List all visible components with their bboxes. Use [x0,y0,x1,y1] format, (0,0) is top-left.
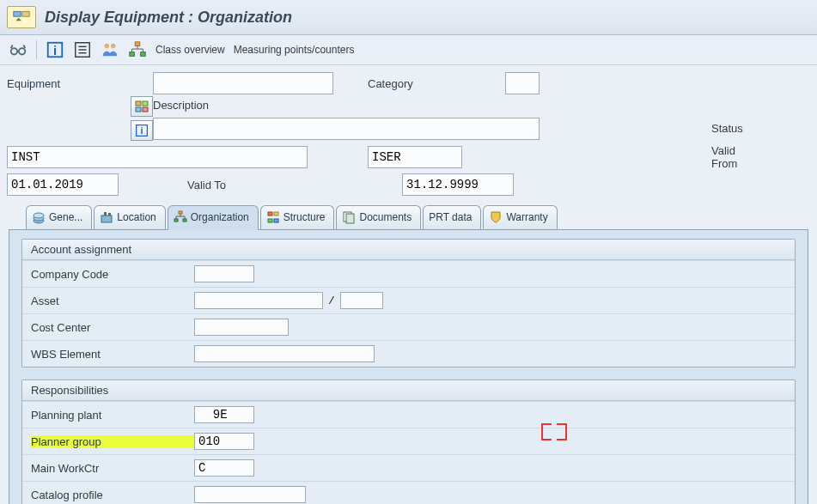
equipment-field[interactable] [153,72,333,94]
group-title-responsibilities: Responsibilities [22,380,795,401]
planning-plant-field[interactable] [194,406,254,423]
status-label: Status [711,120,763,137]
svg-point-11 [105,44,110,49]
svg-rect-14 [130,52,135,57]
measuring-points-button[interactable]: Measuring points/counters [234,44,355,56]
status-info-icon[interactable]: i [131,120,153,141]
tab-documents[interactable]: Documents [336,205,421,229]
asset-field[interactable] [194,292,323,309]
tab-warranty[interactable]: Warranty [483,205,557,229]
group-account-assignment: Account assignment Company Code Asset / … [21,239,796,367]
tab-organization[interactable]: Organization [168,205,259,230]
svg-rect-17 [143,101,148,106]
status-field-2 [368,146,462,168]
tab-prt-label: PRT data [429,211,472,223]
tab-structure[interactable]: Structure [260,205,335,229]
svg-rect-34 [274,219,278,222]
tabstrip: Gene... Location Organization Structure … [26,204,808,229]
tab-organization-label: Organization [191,211,249,223]
svg-text:i: i [53,44,57,58]
wbs-element-label: WBS Element [31,348,194,361]
app-menu-icon[interactable] [7,6,36,28]
company-code-label: Company Code [31,268,194,281]
svg-rect-19 [143,107,148,112]
svg-point-24 [34,213,44,218]
valid-to-field[interactable] [402,173,514,196]
header-area: Equipment Category Description i Status … [0,65,817,199]
svg-rect-13 [135,42,140,46]
wbs-element-field[interactable] [194,345,375,362]
svg-rect-30 [183,219,186,222]
svg-marker-2 [15,18,21,21]
asset-sub-separator: / [328,295,335,307]
category-field[interactable] [505,72,540,94]
page-title: Display Equipment : Organization [45,9,292,27]
group-responsibilities: Responsibilities Planning plant Planner … [21,380,796,504]
status-field [7,146,308,168]
svg-rect-1 [22,11,29,16]
category-label: Category [368,76,505,92]
tab-structure-label: Structure [284,211,326,223]
tab-prt[interactable]: PRT data [423,205,481,229]
main-workctr-field[interactable] [194,459,254,477]
equipment-label: Equipment [7,76,153,92]
list-icon[interactable] [73,40,92,59]
svg-rect-32 [274,212,278,216]
svg-rect-33 [268,219,272,222]
tab-general[interactable]: Gene... [26,205,92,229]
catalog-profile-label: Catalog profile [31,489,194,501]
asset-sub-field[interactable] [340,292,383,309]
tab-location-label: Location [117,211,155,223]
valid-from-label: Valid From [711,143,763,172]
svg-rect-0 [14,11,21,16]
tab-warranty-label: Warranty [506,211,547,223]
svg-rect-31 [268,212,272,216]
svg-text:i: i [140,125,143,136]
hierarchy-icon[interactable] [128,40,147,59]
cost-center-label: Cost Center [31,321,194,334]
company-code-field[interactable] [194,265,254,282]
valid-to-label: Valid To [153,177,368,193]
tab-general-label: Gene... [49,211,82,223]
class-overview-button[interactable]: Class overview [155,44,225,56]
cost-center-field[interactable] [194,319,289,336]
planner-group-field[interactable] [194,433,254,450]
svg-rect-16 [136,101,141,106]
svg-rect-36 [346,214,354,223]
toolbar: i Class overview Measuring points/counte… [0,35,817,65]
group-title-account: Account assignment [22,240,795,260]
svg-point-4 [19,48,25,54]
description-field[interactable] [153,118,540,140]
svg-point-3 [11,48,17,54]
valid-from-field[interactable] [7,173,119,196]
svg-rect-27 [108,213,111,216]
svg-rect-29 [174,219,178,222]
classification-icon[interactable] [131,96,153,117]
glasses-icon[interactable] [9,40,27,59]
svg-rect-25 [101,216,112,222]
planning-plant-label: Planning plant [31,409,194,422]
tab-body-organization: Account assignment Company Code Asset / … [9,229,808,504]
info-icon[interactable]: i [46,40,64,59]
tab-location[interactable]: Location [94,205,165,229]
main-workctr-label: Main WorkCtr [31,462,194,475]
svg-rect-15 [141,52,146,57]
asset-label: Asset [31,295,194,307]
planner-group-label: Planner group [31,435,194,448]
svg-rect-28 [179,211,182,214]
description-label: Description [153,97,368,113]
title-bar: Display Equipment : Organization [0,0,817,35]
partners-icon[interactable] [101,40,119,59]
catalog-profile-field[interactable] [194,486,306,503]
svg-rect-18 [136,107,141,112]
tab-documents-label: Documents [359,211,412,223]
svg-rect-26 [104,212,107,216]
svg-point-12 [111,44,116,49]
